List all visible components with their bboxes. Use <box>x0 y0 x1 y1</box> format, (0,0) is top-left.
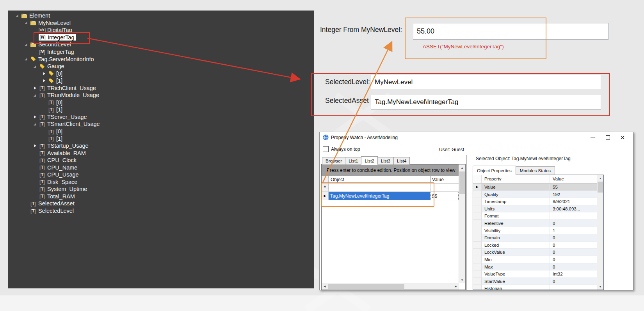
tree-item-mynewlevel[interactable]: MyNewLevel <box>8 19 314 27</box>
tree-item-tserver-usage[interactable]: [T]TServer_Usage <box>8 113 314 121</box>
tree-item-label: [1] <box>56 106 62 113</box>
property-row-retentive[interactable]: Retentive0 <box>473 220 603 227</box>
tree-item--1-[interactable]: [T][1] <box>8 106 314 113</box>
property-row-quality[interactable]: Quality192 <box>473 191 603 198</box>
property-row-max[interactable]: Max0 <box>473 263 603 271</box>
template-tag-icon: [T] <box>30 201 37 206</box>
value-cell-editing[interactable]: 55 <box>431 192 459 200</box>
property-row-locked[interactable]: Locked0 <box>473 242 603 249</box>
property-row-min[interactable]: Min0 <box>473 256 603 263</box>
scrollbar-thumb[interactable] <box>328 284 404 289</box>
property-row-valuetype[interactable]: ValueTypeInt32 <box>473 270 603 278</box>
property-row-domain[interactable]: Domain0 <box>473 234 603 242</box>
tree-item-cpu-clock[interactable]: [T]CPU_Clock <box>8 157 314 164</box>
tree-item-selectedasset[interactable]: [T]SelectedAsset <box>8 200 314 207</box>
tree-item-tstartup-usage[interactable]: [T]TStartup_Usage <box>8 142 314 150</box>
tree-item-selectedlevel[interactable]: [T]SelectedLevel <box>8 207 314 215</box>
tree-item-content: [T]CPU_Usage <box>39 171 79 178</box>
tree-item-label: TRunModule_Usage <box>47 92 99 98</box>
scroll-down-icon[interactable]: ▼ <box>459 277 465 283</box>
expander-expanded-icon[interactable] <box>22 21 30 24</box>
property-row-units[interactable]: Units <box>473 205 603 213</box>
vertical-scrollbar[interactable]: ▲ ▼ <box>459 164 465 283</box>
scroll-up-icon[interactable]: ▲ <box>597 175 603 181</box>
property-row-historian[interactable]: Historian <box>473 285 603 290</box>
tree-item-gauge[interactable]: Gauge <box>8 63 314 70</box>
template-tag-icon: [T] <box>39 93 46 98</box>
expander-expanded-icon[interactable] <box>22 43 30 46</box>
tree-item-cpu-name[interactable]: [T]CPU_Name <box>8 164 314 171</box>
value-column-header[interactable]: Value <box>431 176 459 183</box>
tree-item-tag-servermonitorinfo[interactable]: Tag.ServerMonitorInfo <box>8 55 314 63</box>
expander-expanded-icon[interactable] <box>31 94 39 97</box>
expander-expanded-icon[interactable] <box>31 65 39 68</box>
property-row-timestamp[interactable]: Timestamp8/9/2021 3:00:48.093... <box>473 198 603 205</box>
selected-asset-input[interactable]: Tag.MyNewLevel\IntegerTag <box>371 95 601 110</box>
tree-item-content: [T][0] <box>48 128 62 135</box>
asset-expression-text: ASSET("MyNewLevel\IntegerTag") <box>423 44 504 49</box>
tab-list4[interactable]: List4 <box>393 157 410 164</box>
property-row-value[interactable]: ▶Value55 <box>473 184 603 191</box>
tree-item-trichclient-usage[interactable]: [T]TRichClient_Usage <box>8 84 314 92</box>
expander-collapsed-icon[interactable] <box>31 115 39 118</box>
tree-item-cpu-usage[interactable]: [T]CPU_Usage <box>8 171 314 178</box>
minimize-button[interactable]: — <box>585 132 600 143</box>
tree-item-total-ram[interactable]: [T]Total_RAM <box>8 193 314 200</box>
scroll-right-icon[interactable]: ▶ <box>453 283 459 290</box>
scrollbar-thumb[interactable] <box>459 171 465 194</box>
property-row-lockvalue[interactable]: LockValue0 <box>473 249 603 256</box>
tree-item-trunmodule-usage[interactable]: [T]TRunModule_Usage <box>8 92 314 99</box>
horizontal-scrollbar[interactable]: ◀ ▶ <box>322 283 459 290</box>
integer-value-input[interactable]: 55.00 <box>413 23 608 40</box>
property-row-startvalue[interactable]: StartValue0 <box>473 278 603 285</box>
tab-browser[interactable]: Browser <box>322 157 345 164</box>
expander-expanded-icon[interactable] <box>31 123 39 125</box>
expander-collapsed-icon[interactable] <box>31 144 39 147</box>
template-tag-icon: [T] <box>30 209 37 214</box>
value-column-header[interactable]: Value <box>550 175 597 183</box>
property-column-header[interactable]: Property <box>482 175 550 183</box>
expander-collapsed-icon[interactable] <box>40 72 48 75</box>
scroll-down-icon[interactable]: ▼ <box>597 283 603 290</box>
tab-list3[interactable]: List3 <box>377 157 394 164</box>
scroll-left-icon[interactable]: ◀ <box>322 283 328 290</box>
object-cell[interactable] <box>329 184 431 192</box>
tree-item-element[interactable]: Element <box>8 12 314 19</box>
expander-collapsed-icon[interactable] <box>40 79 48 82</box>
tree-item-tsmartclient-usage[interactable]: [T]TSmartClient_Usage <box>8 120 314 128</box>
expander-collapsed-icon[interactable] <box>31 87 39 90</box>
expander-expanded-icon[interactable] <box>22 58 30 60</box>
property-value: Int32 <box>550 270 597 278</box>
properties-scrollbar[interactable]: ▲ ▼ <box>597 175 603 290</box>
tree-item--0-[interactable]: [T][0] <box>8 128 314 135</box>
tree-item-available-ram[interactable]: [T]Available_RAM <box>8 149 314 157</box>
tab-list2[interactable]: List2 <box>361 156 377 165</box>
tree-item-integertag[interactable]: [N]IntegerTag <box>8 48 314 56</box>
maximize-button[interactable] <box>600 132 615 143</box>
scroll-up-icon[interactable]: ▲ <box>459 164 465 171</box>
selected-level-input[interactable]: MyNewLevel <box>371 75 601 89</box>
new-entry-row[interactable]: * <box>322 184 459 192</box>
value-cell[interactable] <box>431 184 459 192</box>
object-column-header[interactable]: Object <box>329 176 431 183</box>
always-on-top-option[interactable]: Always on top <box>323 146 360 152</box>
tab-object-properties[interactable]: Object Properties <box>473 166 516 175</box>
watch-row[interactable]: ▶Tag.MyNewLevel\IntegerTag55 <box>322 192 459 200</box>
property-row-format[interactable]: Format <box>473 212 603 220</box>
property-row-visibility[interactable]: Visibility1 <box>473 227 603 235</box>
tree-item--0-[interactable]: [T][0] <box>8 99 314 106</box>
scrollbar-thumb[interactable] <box>598 182 603 193</box>
expander-expanded-icon[interactable] <box>13 14 21 17</box>
window-title-bar[interactable]: Property Watch - AssetModeling — ✕ <box>320 132 633 143</box>
always-on-top-checkbox[interactable] <box>323 146 329 152</box>
panel-splitter[interactable] <box>466 155 467 290</box>
tab-modules-status[interactable]: Modules Status <box>516 166 555 175</box>
close-button[interactable]: ✕ <box>615 132 630 143</box>
tree-item-disk-space[interactable]: [T]Disk_Space <box>8 178 314 186</box>
tree-item--0-[interactable]: [0] <box>8 70 314 77</box>
tab-list1[interactable]: List1 <box>345 157 361 164</box>
tree-item-system-uptime[interactable]: [T]System_Uptime <box>8 186 314 193</box>
object-cell[interactable]: Tag.MyNewLevel\IntegerTag <box>329 192 431 200</box>
tree-item--1-[interactable]: [T][1] <box>8 135 314 142</box>
tree-item--1-[interactable]: [1] <box>8 77 314 85</box>
